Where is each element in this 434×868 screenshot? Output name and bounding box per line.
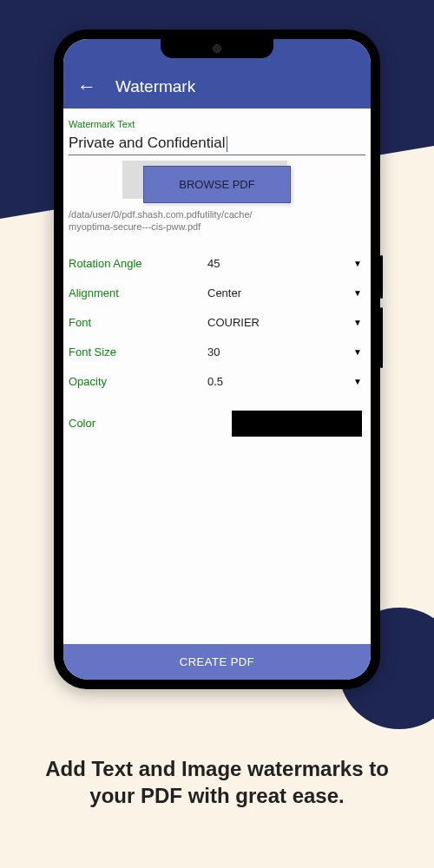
alignment-label: Alignment (69, 286, 207, 299)
opacity-value: 0.5 (207, 375, 353, 388)
dropdown-caret-icon: ▼ (353, 318, 362, 327)
phone-frame: ← Watermark Watermark Text Private and C… (54, 30, 380, 689)
opacity-row[interactable]: Opacity 0.5 ▼ (69, 367, 365, 397)
watermark-text-label: Watermark Text (69, 119, 365, 129)
selected-file-path: /data/user/0/pdf.shash.com.pdfutility/ca… (69, 208, 365, 233)
phone-side-button (380, 307, 383, 368)
content-area: Watermark Text Private and Confidential … (63, 108, 371, 644)
rotation-value: 45 (207, 257, 353, 270)
color-swatch[interactable] (232, 411, 362, 437)
opacity-label: Opacity (69, 375, 207, 388)
rotation-label: Rotation Angle (69, 257, 207, 270)
browse-pdf-button[interactable]: BROWSE PDF (143, 166, 290, 203)
promo-caption: Add Text and Image watermarks to your PD… (0, 755, 434, 809)
color-row[interactable]: Color (69, 409, 365, 438)
rotation-angle-row[interactable]: Rotation Angle 45 ▼ (69, 249, 365, 279)
alignment-row[interactable]: Alignment Center ▼ (69, 279, 365, 308)
font-value: COURIER (207, 316, 353, 329)
page-title: Watermark (115, 77, 195, 96)
font-row[interactable]: Font COURIER ▼ (69, 308, 365, 338)
dropdown-caret-icon: ▼ (353, 347, 362, 357)
font-label: Font (69, 316, 207, 329)
back-arrow-icon[interactable]: ← (77, 77, 96, 96)
watermark-text-input[interactable]: Private and Confidential (69, 135, 226, 151)
color-label: Color (69, 417, 207, 430)
phone-notch (161, 39, 273, 58)
fontsize-row[interactable]: Font Size 30 ▼ (69, 338, 365, 367)
phone-screen: ← Watermark Watermark Text Private and C… (63, 39, 371, 680)
dropdown-caret-icon: ▼ (353, 259, 362, 268)
dropdown-caret-icon: ▼ (353, 377, 362, 386)
dropdown-caret-icon: ▼ (353, 288, 362, 298)
fontsize-label: Font Size (69, 345, 207, 358)
alignment-value: Center (207, 286, 353, 299)
create-pdf-button[interactable]: CREATE PDF (63, 644, 371, 680)
text-cursor (227, 136, 227, 152)
phone-side-button (380, 255, 383, 299)
fontsize-value: 30 (207, 345, 353, 358)
